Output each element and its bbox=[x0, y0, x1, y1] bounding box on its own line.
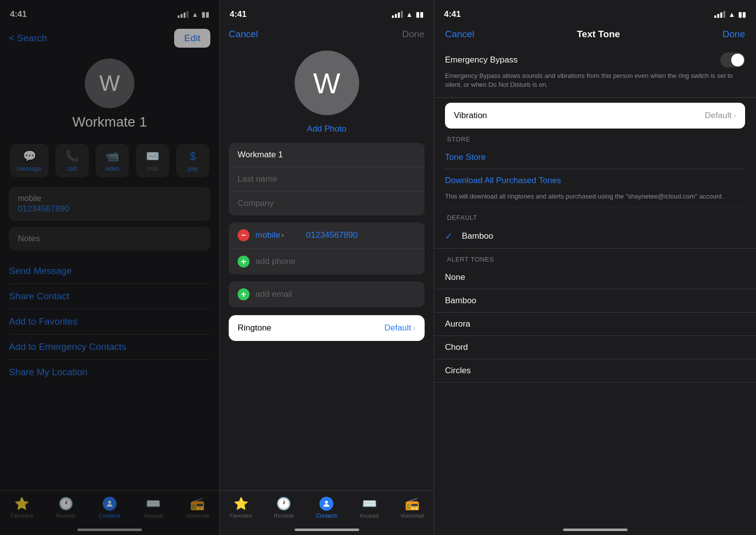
phone-number[interactable]: 01234567890 bbox=[18, 204, 201, 214]
tab-recents-2[interactable]: 🕐 Recents bbox=[266, 497, 301, 519]
share-contact-link[interactable]: Share Contact bbox=[9, 284, 210, 309]
vibration-row[interactable]: Vibration Default › bbox=[445, 103, 745, 129]
panel-edit-contact: 4:41 ▲ ▮▮ Cancel Done W Add Photo bbox=[220, 0, 434, 535]
notes-label: Notes bbox=[18, 234, 40, 243]
done-button-3[interactable]: Done bbox=[723, 29, 745, 40]
recents-label: Recents bbox=[56, 513, 75, 519]
edit-button-box[interactable]: Edit bbox=[174, 29, 210, 48]
tone-aurora-label: Aurora bbox=[445, 319, 470, 329]
tab-keypad-1[interactable]: ⌨️ Keypad bbox=[136, 497, 171, 519]
tone-chord-label: Chord bbox=[445, 342, 468, 352]
tone-bamboo[interactable]: Bamboo bbox=[434, 289, 756, 313]
mail-button[interactable]: ✉️ mail bbox=[136, 144, 169, 177]
status-bar-2: 4:41 ▲ ▮▮ bbox=[220, 0, 434, 25]
status-icons-3: ▲ ▮▮ bbox=[714, 10, 746, 18]
done-button[interactable]: Done bbox=[402, 29, 425, 40]
back-button[interactable]: < Search bbox=[9, 33, 47, 44]
phone-type-label: mobile bbox=[18, 194, 201, 203]
tone-aurora[interactable]: Aurora bbox=[434, 313, 756, 336]
checkmark-icon: ✓ bbox=[445, 231, 455, 242]
call-icon: 📞 bbox=[65, 150, 79, 163]
svg-point-1 bbox=[325, 501, 328, 504]
call-label: call bbox=[67, 165, 76, 172]
contacts-active-dot bbox=[103, 497, 117, 511]
store-section: STORE Tone Store Download All Purchased … bbox=[434, 135, 756, 206]
emergency-toggle[interactable] bbox=[720, 53, 745, 67]
tab-contacts-2[interactable]: Contacts bbox=[309, 497, 344, 519]
battery-icon-2: ▮▮ bbox=[416, 10, 424, 18]
favorites-icon: ⭐ bbox=[14, 497, 29, 511]
last-name-field[interactable] bbox=[229, 167, 425, 192]
vibration-chevron: › bbox=[734, 111, 736, 120]
home-indicator-2 bbox=[295, 529, 359, 531]
tab-voicemail-1[interactable]: 📻 Voicemail bbox=[180, 497, 215, 519]
panel-contact-view: 4:41 ▲ ▮▮ < Search Edit W Workmate 1 💬 m bbox=[0, 0, 220, 535]
emergency-block: Emergency Bypass Emergency Bypass allows… bbox=[434, 45, 756, 98]
emergency-row: Emergency Bypass bbox=[445, 53, 745, 67]
pay-button[interactable]: $ pay bbox=[176, 144, 209, 177]
tone-chord[interactable]: Chord bbox=[434, 336, 756, 359]
tone-none[interactable]: None bbox=[434, 266, 756, 289]
send-message-link[interactable]: Send Message bbox=[9, 259, 210, 284]
add-photo-label[interactable]: Add Photo bbox=[307, 124, 346, 134]
voicemail-label: Voicemail bbox=[186, 513, 209, 519]
phone-number-edit[interactable]: 01234567890 bbox=[306, 230, 358, 240]
share-location-link[interactable]: Share My Location bbox=[9, 360, 210, 385]
tab-voicemail-2[interactable]: 📻 Voicemail bbox=[395, 497, 430, 519]
add-phone-label[interactable]: add phone bbox=[255, 257, 295, 267]
call-button[interactable]: 📞 call bbox=[56, 144, 89, 177]
time-1: 4:41 bbox=[10, 9, 27, 19]
contacts-label: Contacts bbox=[99, 513, 120, 519]
p2-nav: Cancel Done bbox=[220, 25, 434, 45]
svg-point-0 bbox=[108, 501, 111, 504]
home-indicator-3 bbox=[563, 529, 628, 531]
pay-icon: $ bbox=[189, 150, 195, 163]
pay-label: pay bbox=[188, 165, 197, 172]
avatar-edit-section: W Add Photo bbox=[220, 45, 434, 143]
keypad-label: Keypad bbox=[144, 513, 163, 519]
recents-icon-2: 🕐 bbox=[276, 497, 291, 511]
cancel-button-3[interactable]: Cancel bbox=[445, 29, 474, 40]
company-input[interactable] bbox=[238, 199, 416, 208]
download-tones-link[interactable]: Download All Purchased Tones bbox=[445, 169, 745, 192]
status-bar-1: 4:41 ▲ ▮▮ bbox=[0, 0, 219, 25]
last-name-input[interactable] bbox=[238, 174, 416, 184]
tab-contacts-1[interactable]: Contacts bbox=[92, 497, 127, 519]
first-name-input[interactable] bbox=[238, 150, 416, 160]
tone-store-link[interactable]: Tone Store bbox=[445, 146, 745, 169]
status-bar-3: 4:41 ▲ ▮▮ bbox=[434, 0, 756, 25]
first-name-field[interactable] bbox=[229, 143, 425, 167]
phone-type[interactable]: mobile › bbox=[255, 230, 300, 240]
tab-recents-1[interactable]: 🕐 Recents bbox=[49, 497, 83, 519]
status-icons-1: ▲ ▮▮ bbox=[178, 10, 209, 18]
add-favorites-link[interactable]: Add to Favorites bbox=[9, 309, 210, 334]
contacts-label-2: Contacts bbox=[316, 513, 337, 519]
tone-circles[interactable]: Circles bbox=[434, 359, 756, 383]
cancel-button[interactable]: Cancel bbox=[229, 29, 258, 40]
keypad-label-2: Keypad bbox=[360, 513, 378, 519]
tab-favorites-2[interactable]: ⭐ Favorites bbox=[224, 497, 258, 519]
add-email-label[interactable]: add email bbox=[255, 289, 292, 299]
tab-keypad-2[interactable]: ⌨️ Keypad bbox=[352, 497, 387, 519]
mail-icon: ✉️ bbox=[146, 150, 159, 163]
tone-none-label: None bbox=[445, 272, 465, 282]
phone-entry-row: − mobile › 01234567890 bbox=[229, 222, 425, 249]
link-section: Send Message Share Contact Add to Favori… bbox=[0, 259, 219, 385]
message-button[interactable]: 💬 message bbox=[10, 144, 49, 177]
remove-phone-button[interactable]: − bbox=[238, 229, 250, 241]
voicemail-icon: 📻 bbox=[190, 497, 205, 511]
bamboo-default-item[interactable]: ✓ Bamboo bbox=[434, 224, 756, 249]
ringtone-value: Default › bbox=[384, 323, 416, 333]
phone-info-block: mobile 01234567890 bbox=[9, 187, 210, 221]
add-emergency-link[interactable]: Add to Emergency Contacts bbox=[9, 334, 210, 360]
video-button[interactable]: 📹 video bbox=[96, 144, 129, 177]
mail-label: mail bbox=[147, 165, 158, 172]
add-phone-button[interactable]: + bbox=[238, 256, 250, 268]
favorites-icon-2: ⭐ bbox=[234, 497, 249, 511]
ringtone-row[interactable]: Ringtone Default › bbox=[229, 315, 425, 341]
tab-favorites-1[interactable]: ⭐ Favorites bbox=[4, 497, 39, 519]
signal-icon-3 bbox=[714, 11, 725, 18]
video-label: video bbox=[105, 165, 120, 172]
add-email-button[interactable]: + bbox=[238, 288, 250, 300]
company-field[interactable] bbox=[229, 192, 425, 215]
